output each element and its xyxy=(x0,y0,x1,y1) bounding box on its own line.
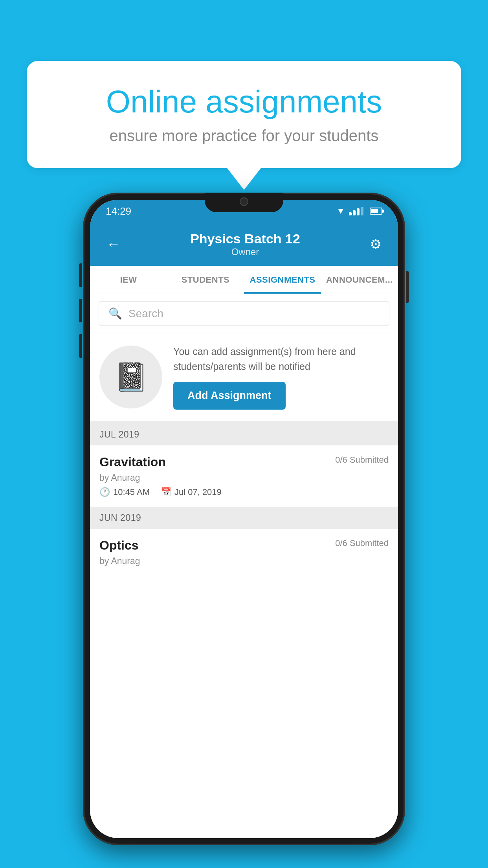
status-time: 14:29 xyxy=(106,205,131,217)
signal-bar-2 xyxy=(353,210,356,215)
promo-text: You can add assignment(s) from here and … xyxy=(173,344,389,374)
search-placeholder: Search xyxy=(128,307,163,320)
clock-icon: 🕐 xyxy=(99,487,110,497)
wifi-icon: ▼ xyxy=(336,206,345,216)
assignment-top: Gravitation 0/6 Submitted xyxy=(99,455,389,469)
speech-bubble-title: Online assignments xyxy=(54,85,434,119)
assignment-author: by Anurag xyxy=(99,473,389,483)
section-header-jun: JUN 2019 xyxy=(90,507,398,529)
promo-icon-circle: 📓 xyxy=(99,346,162,408)
screen-content: 14:29 ▼ xyxy=(90,200,398,838)
assignment-time: 🕐 10:45 AM xyxy=(99,487,150,497)
assignment-meta: 🕐 10:45 AM 📅 Jul 07, 2019 xyxy=(99,487,389,497)
assignment-name-optics: Optics xyxy=(99,538,139,553)
assignment-item-gravitation[interactable]: Gravitation 0/6 Submitted by Anurag 🕐 10… xyxy=(90,445,398,507)
notebook-icon: 📓 xyxy=(114,361,148,393)
header-center: Physics Batch 12 Owner xyxy=(125,231,366,257)
search-container: 🔍 Search xyxy=(90,294,398,333)
content-area: 🔍 Search 📓 You can add assignment(s) fro… xyxy=(90,294,398,838)
speech-bubble: Online assignments ensure more practice … xyxy=(27,61,461,168)
assignment-submitted-optics: 0/6 Submitted xyxy=(335,538,389,548)
speech-bubble-container: Online assignments ensure more practice … xyxy=(27,61,461,168)
promo-right: You can add assignment(s) from here and … xyxy=(173,344,389,410)
add-assignment-promo: 📓 You can add assignment(s) from here an… xyxy=(90,333,398,424)
silent-button xyxy=(79,334,82,358)
battery-icon xyxy=(370,208,382,215)
assignment-submitted: 0/6 Submitted xyxy=(335,455,389,465)
signal-bar-4 xyxy=(361,207,363,215)
power-button xyxy=(406,271,409,303)
assignment-name: Gravitation xyxy=(99,455,166,469)
signal-bar-3 xyxy=(357,208,360,215)
phone-device: 14:29 ▼ xyxy=(83,193,405,845)
signal-icon xyxy=(349,207,363,215)
phone-outer: 14:29 ▼ xyxy=(83,193,405,845)
tabs-bar: IEW STUDENTS ASSIGNMENTS ANNOUNCEM... xyxy=(90,266,398,294)
assignment-top-optics: Optics 0/6 Submitted xyxy=(99,538,389,553)
section-header-jul: JUL 2019 xyxy=(90,424,398,445)
phone-notch xyxy=(205,193,283,212)
assignment-item-optics[interactable]: Optics 0/6 Submitted by Anurag xyxy=(90,529,398,580)
status-icons: ▼ xyxy=(336,206,382,216)
assignment-author-optics: by Anurag xyxy=(99,556,389,566)
app-header: ← Physics Batch 12 Owner ⚙ xyxy=(90,223,398,266)
speech-bubble-subtitle: ensure more practice for your students xyxy=(54,127,434,145)
header-title: Physics Batch 12 xyxy=(125,231,366,246)
battery-fill xyxy=(371,209,378,213)
tab-announcements[interactable]: ANNOUNCEM... xyxy=(321,266,398,294)
header-subtitle: Owner xyxy=(125,246,366,257)
tab-students[interactable]: STUDENTS xyxy=(167,266,244,294)
volume-down-button xyxy=(79,299,82,322)
front-camera xyxy=(240,197,248,206)
add-assignment-button[interactable]: Add Assignment xyxy=(173,382,286,410)
signal-bar-1 xyxy=(349,212,352,215)
calendar-icon: 📅 xyxy=(161,487,171,497)
settings-button[interactable]: ⚙ xyxy=(366,232,385,256)
search-icon: 🔍 xyxy=(108,307,122,320)
tab-assignments[interactable]: ASSIGNMENTS xyxy=(244,266,321,294)
volume-up-button xyxy=(79,263,82,287)
phone-screen: 14:29 ▼ xyxy=(90,200,398,838)
assignment-date: 📅 Jul 07, 2019 xyxy=(161,487,222,497)
tab-iew[interactable]: IEW xyxy=(90,266,167,294)
search-bar[interactable]: 🔍 Search xyxy=(99,301,389,326)
back-button[interactable]: ← xyxy=(103,232,125,256)
